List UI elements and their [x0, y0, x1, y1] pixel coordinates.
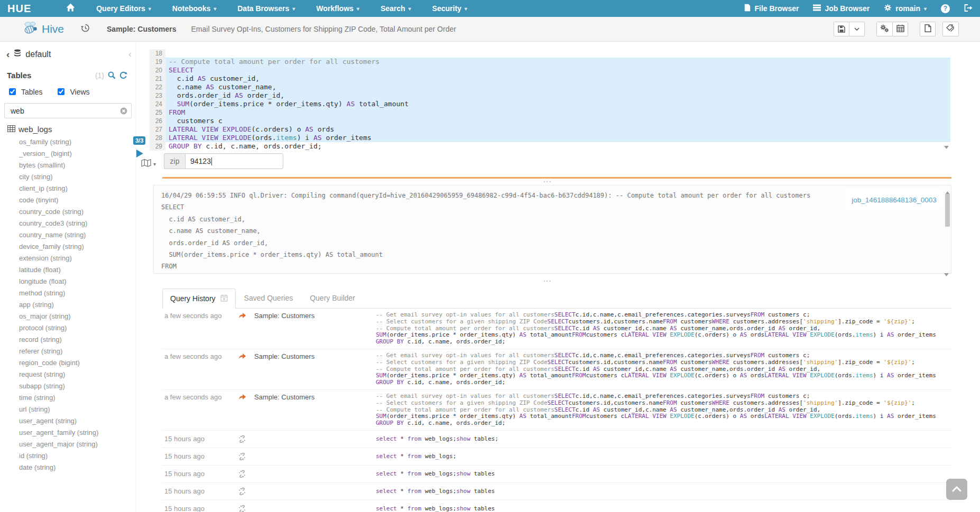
search-toggle-button[interactable] — [108, 71, 116, 79]
execute-button[interactable] — [136, 150, 143, 157]
editor-scroll-down-icon[interactable] — [944, 142, 949, 151]
query-history-row[interactable]: a few seconds agoSample: Customers-- Get… — [162, 349, 951, 390]
nav-menu-security[interactable]: Security▾ — [432, 4, 467, 13]
table-item-web-logs[interactable]: web_logs — [7, 125, 136, 134]
scroll-to-top-button[interactable] — [946, 479, 967, 500]
column-item[interactable]: latitude (float) — [19, 264, 136, 276]
editor-line[interactable]: 20SELECT — [150, 66, 950, 75]
column-item[interactable]: _version_ (bigint) — [19, 148, 136, 160]
hue-logo[interactable]: HUE — [7, 3, 31, 15]
resize-handle-bottom[interactable]: ··· — [543, 279, 552, 283]
new-query-button[interactable] — [920, 22, 936, 36]
column-item[interactable]: country_code (string) — [19, 206, 136, 218]
editor-line[interactable]: 25FROM — [150, 108, 950, 117]
save-button[interactable] — [834, 22, 849, 36]
column-item[interactable]: time (string) — [19, 392, 136, 404]
column-item[interactable]: region_code (bigint) — [19, 357, 136, 369]
column-item[interactable]: user_agent (string) — [19, 415, 136, 427]
clear-search-icon[interactable] — [120, 107, 127, 115]
editor-line[interactable]: 22 c.name AS customer_name, — [150, 83, 950, 91]
log-scroll-down-icon[interactable] — [944, 269, 949, 278]
column-item[interactable]: url (string) — [19, 404, 136, 415]
column-item[interactable]: user_agent_family (string) — [19, 427, 136, 439]
nav-menu-workflows[interactable]: Workflows▾ — [316, 4, 359, 13]
editor-line[interactable]: 19-- Compute total amount per order for … — [150, 58, 950, 66]
variables-menu-button[interactable]: ▾ — [141, 159, 156, 169]
job-link[interactable]: job_1461888648136_0003 — [852, 196, 937, 204]
query-history-row[interactable]: 15 hours agoselect * from web_logs;show … — [162, 500, 951, 512]
query-history-row[interactable]: a few seconds agoSample: Customers-- Get… — [162, 309, 951, 349]
column-item[interactable]: date (string) — [19, 462, 136, 473]
refresh-icon[interactable] — [119, 71, 127, 79]
settings-button[interactable] — [876, 22, 893, 36]
column-item[interactable]: client_ip (string) — [19, 183, 136, 194]
column-item[interactable]: referer (string) — [19, 346, 136, 357]
column-item[interactable]: id (string) — [19, 450, 136, 462]
column-item[interactable]: method (string) — [19, 287, 136, 299]
history-icon[interactable] — [81, 24, 90, 34]
column-item[interactable]: app (string) — [19, 299, 136, 311]
editor-line[interactable]: 28LATERAL VIEW EXPLODE(ords.items) i AS … — [150, 134, 950, 142]
nav-menu-notebooks[interactable]: Notebooks▾ — [172, 4, 216, 13]
column-item[interactable]: code (tinyint) — [19, 194, 136, 206]
calendar-x-icon[interactable] — [220, 294, 228, 303]
column-item[interactable]: user_agent_major (string) — [19, 439, 136, 450]
column-item[interactable]: longitude (float) — [19, 276, 136, 287]
query-history-row[interactable]: 15 hours agoselect * from web_logs;show … — [162, 431, 951, 448]
back-chevron-icon[interactable]: ‹ — [6, 51, 10, 58]
query-history-row[interactable]: 15 hours agoselect * from web_logs;show … — [162, 466, 951, 483]
column-item[interactable]: request (string) — [19, 369, 136, 380]
query-history-section: Query History Saved Queries Query Builde… — [162, 288, 951, 512]
logout-button[interactable] — [964, 4, 973, 13]
editor-line[interactable]: 29GROUP BY c.id, c.name, ords.order_id; — [150, 142, 950, 151]
query-history-row[interactable]: 15 hours agoselect * from web_logs; — [162, 448, 951, 466]
nav-menu-search[interactable]: Search▾ — [381, 4, 411, 13]
query-history-row[interactable]: 15 hours agoselect * from web_logs;show … — [162, 483, 951, 500]
column-item[interactable]: bytes (smallint) — [19, 160, 136, 171]
column-item[interactable]: os_family (string) — [19, 136, 136, 148]
column-item[interactable]: device_family (string) — [19, 241, 136, 253]
tab-query-history[interactable]: Query History — [162, 288, 236, 309]
schedule-button[interactable] — [892, 22, 908, 36]
database-name[interactable]: default — [25, 50, 51, 59]
editor-line[interactable]: 21 c.id AS customer_id, — [150, 75, 950, 83]
editor-line[interactable]: 26 customers c — [150, 117, 950, 125]
editor-line[interactable]: 18 — [150, 49, 950, 58]
editor-line[interactable]: 23 ords.order_id AS order_id, — [150, 91, 950, 100]
column-item[interactable]: city (string) — [19, 171, 136, 183]
home-button[interactable] — [66, 3, 75, 14]
nav-menu-query-editors[interactable]: Query Editors▾ — [96, 4, 151, 13]
nav-menu-data-browsers[interactable]: Data Browsers▾ — [237, 4, 295, 13]
column-item[interactable]: os_major (string) — [19, 311, 136, 322]
app-title[interactable]: Hive — [42, 23, 64, 35]
save-dropdown-button[interactable] — [849, 22, 865, 36]
user-menu[interactable]: romain ▾ — [884, 4, 927, 13]
column-item[interactable]: extension (string) — [19, 253, 136, 264]
editor-line[interactable]: 27LATERAL VIEW EXPLODE(c.orders) o AS or… — [150, 125, 950, 134]
list-icon — [813, 4, 821, 13]
tags-button[interactable] — [942, 22, 959, 36]
column-item[interactable]: country_name (string) — [19, 229, 136, 241]
help-button[interactable]: ? — [941, 4, 950, 13]
column-item[interactable]: protocol (string) — [19, 322, 136, 334]
query-history-row[interactable]: a few seconds agoSample: Customers-- Get… — [162, 390, 951, 431]
resize-handle-top[interactable]: ··· — [543, 180, 552, 184]
log-scrollbar[interactable] — [945, 187, 950, 272]
scrollbar-thumb[interactable] — [945, 194, 950, 227]
column-item[interactable]: subapp (string) — [19, 380, 136, 392]
tables-checkbox[interactable] — [9, 88, 16, 95]
table-search-input[interactable] — [10, 106, 117, 116]
editor-line[interactable]: 24 SUM(order_items.price * order_items.q… — [150, 100, 950, 108]
variable-value-input[interactable]: 94123 — [185, 153, 283, 169]
views-checkbox[interactable] — [58, 88, 64, 95]
query-name[interactable]: Sample: Customers — [107, 25, 176, 33]
tab-query-builder[interactable]: Query Builder — [301, 288, 364, 308]
collapse-panel-icon[interactable]: ‹ — [128, 49, 132, 60]
tab-saved-queries[interactable]: Saved Queries — [236, 288, 302, 308]
column-item[interactable]: record (string) — [19, 334, 136, 346]
code-editor[interactable]: 1819-- Compute total amount per order fo… — [150, 49, 950, 151]
log-panel[interactable]: 16/04/29 06:59:55 INFO ql.Driver: Compil… — [153, 185, 951, 274]
job-browser-link[interactable]: Job Browser — [813, 4, 870, 13]
file-browser-link[interactable]: File Browser — [744, 4, 799, 13]
column-item[interactable]: country_code3 (string) — [19, 218, 136, 229]
